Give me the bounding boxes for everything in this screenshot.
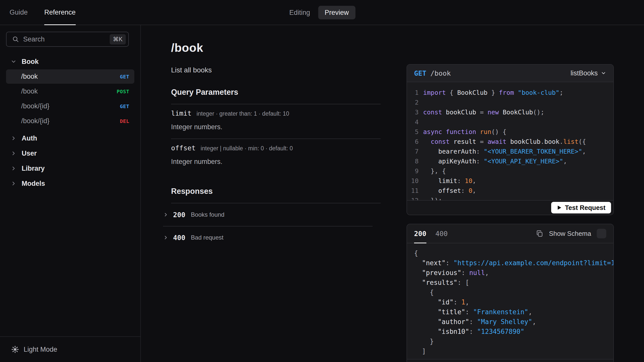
parameter-description: Integer numbers.	[171, 158, 381, 166]
query-parameter: limit integer · greater than: 1 · defaul…	[171, 104, 381, 139]
sidebar-item-endpoint[interactable]: /book/{id} GET	[6, 99, 134, 113]
code-line: "previous": null,	[414, 268, 613, 278]
code-line: ]	[414, 346, 613, 356]
parameter-meta: integer · greater than: 1 · default: 10	[196, 110, 289, 117]
code-line: "results": [	[414, 278, 613, 288]
code-line: 4	[410, 117, 613, 127]
code-line: "title": "Frankenstein",	[414, 307, 613, 317]
response-body-block[interactable]: { "next": "https://api.example.com/endpo…	[407, 243, 613, 357]
sidebar: Search ⌘K Book /book GET /book POST /boo…	[0, 25, 141, 362]
code-line: 3const bookClub = new BookClub();	[410, 107, 613, 117]
chevron-down-icon	[601, 70, 606, 76]
parameter-description: Integer numbers.	[171, 123, 381, 131]
query-parameters-list: limit integer · greater than: 1 · defaul…	[171, 104, 407, 173]
request-method: GET	[414, 69, 426, 77]
search-input[interactable]: Search ⌘K	[6, 32, 129, 47]
response-status-tabs: 200400	[414, 224, 448, 243]
response-example-footer	[407, 359, 613, 362]
content: /book List all books Query Parameters li…	[141, 25, 407, 362]
theme-toggle-button[interactable]: Light Mode	[0, 336, 140, 362]
show-schema-label: Show Schema	[549, 230, 591, 238]
client-library-selector[interactable]: listBooks	[571, 69, 606, 77]
chevron-right-icon	[11, 135, 17, 141]
response-row[interactable]: 400 Bad request	[163, 226, 373, 249]
query-parameter: offset integer | nullable · min: 0 · def…	[171, 139, 381, 173]
copy-icon[interactable]	[536, 230, 543, 237]
chevron-right-icon	[11, 165, 17, 171]
response-controls: Show Schema	[536, 224, 606, 243]
endpoint-method-badge: GET	[120, 103, 129, 109]
request-path: /book	[430, 69, 451, 77]
code-line: "isbn10": "1234567890"	[414, 327, 613, 337]
chevron-right-icon	[11, 150, 17, 156]
test-request-label: Test Request	[565, 204, 606, 212]
tab-reference[interactable]: Reference	[44, 0, 76, 25]
code-line: 7 bearerAuth: "<YOUR_BEARER_TOKEN_HERE>"…	[410, 147, 613, 156]
parameter-name: offset	[171, 144, 196, 152]
search-shortcut: ⌘K	[110, 34, 126, 44]
endpoint-path: /book	[21, 87, 38, 95]
parameter-meta: integer | nullable · min: 0 · default: 0	[201, 145, 293, 152]
response-status-tab[interactable]: 400	[435, 224, 448, 243]
preview-mode-button[interactable]: Preview	[318, 6, 355, 19]
endpoint-method-badge: DEL	[120, 118, 129, 124]
sidebar-group-book[interactable]: Book	[0, 54, 140, 69]
sidebar-tree: Book /book GET /book POST /book/{id} GET…	[0, 54, 140, 191]
code-line: 10 limit: 10,	[410, 176, 613, 186]
endpoint-method-badge: GET	[120, 74, 129, 80]
code-line: 9 }, {	[410, 166, 613, 176]
sidebar-item-endpoint[interactable]: /book/{id} DEL	[6, 114, 134, 128]
play-icon	[557, 205, 562, 210]
sidebar-group-label: Book	[22, 58, 39, 66]
endpoint-summary: List all books	[171, 66, 407, 74]
sidebar-group-models[interactable]: Models	[0, 176, 140, 191]
request-example-footer: Test Request	[407, 200, 613, 215]
chevron-right-icon	[163, 212, 169, 217]
response-example-header: 200400 Show Schema	[407, 224, 613, 243]
doc-tabs: Guide Reference	[10, 0, 76, 25]
code-line: 2	[410, 98, 613, 107]
code-line: {	[414, 288, 613, 297]
responses-list: 200 Books found 400 Bad request	[171, 203, 381, 249]
sidebar-group-label: User	[22, 150, 37, 157]
sidebar-item-endpoint[interactable]: /book POST	[6, 84, 134, 99]
page-title: /book	[171, 41, 407, 55]
sidebar-group-user[interactable]: User	[0, 146, 140, 161]
endpoint-path: /book/{id}	[21, 117, 50, 125]
editing-mode-button[interactable]: Editing	[289, 9, 310, 17]
request-code-block[interactable]: 1import { BookClub } from "book-club";23…	[407, 82, 613, 200]
sidebar-group-label: Models	[22, 180, 45, 188]
code-line: 1import { BookClub } from "book-club";	[410, 88, 613, 98]
response-status-tab[interactable]: 200	[414, 224, 426, 243]
code-line: }	[414, 337, 613, 346]
code-line: {	[414, 248, 613, 258]
code-line: 5async function run() {	[410, 127, 613, 137]
show-schema-toggle[interactable]	[597, 229, 606, 238]
code-line: "next": "https://api.example.com/endpoin…	[414, 258, 613, 268]
chevron-down-icon	[11, 59, 17, 65]
code-line: 12 });	[410, 196, 613, 200]
example-panel: GET /book listBooks 1import { BookClub }…	[407, 0, 614, 362]
code-line: 8 apiKeyAuth: "<YOUR_API_KEY_HERE>",	[410, 156, 613, 166]
sidebar-group-label: Library	[22, 165, 45, 172]
sun-icon	[11, 345, 19, 353]
sidebar-group-auth[interactable]: Auth	[0, 131, 140, 146]
response-status-code: 400	[173, 234, 185, 242]
sidebar-group-label: Auth	[22, 134, 37, 142]
code-line: 11 offset: 0,	[410, 186, 613, 196]
code-line: "id": 1,	[414, 297, 613, 307]
sidebar-item-endpoint[interactable]: /book GET	[6, 69, 134, 84]
request-example-card: GET /book listBooks 1import { BookClub }…	[407, 64, 614, 215]
chevron-right-icon	[11, 180, 17, 187]
response-row[interactable]: 200 Books found	[163, 203, 373, 226]
responses-heading: Responses	[171, 187, 407, 196]
endpoint-path: /book/{id}	[21, 102, 50, 110]
sidebar-group-library[interactable]: Library	[0, 161, 140, 176]
mode-switch: Editing Preview	[289, 0, 355, 25]
tab-guide[interactable]: Guide	[10, 0, 28, 25]
test-request-button[interactable]: Test Request	[551, 202, 611, 213]
code-line: 6 const result = await bookClub.book.lis…	[410, 137, 613, 147]
chevron-right-icon	[163, 235, 169, 240]
response-status-label: Books found	[191, 211, 224, 218]
theme-toggle-label: Light Mode	[24, 346, 57, 353]
